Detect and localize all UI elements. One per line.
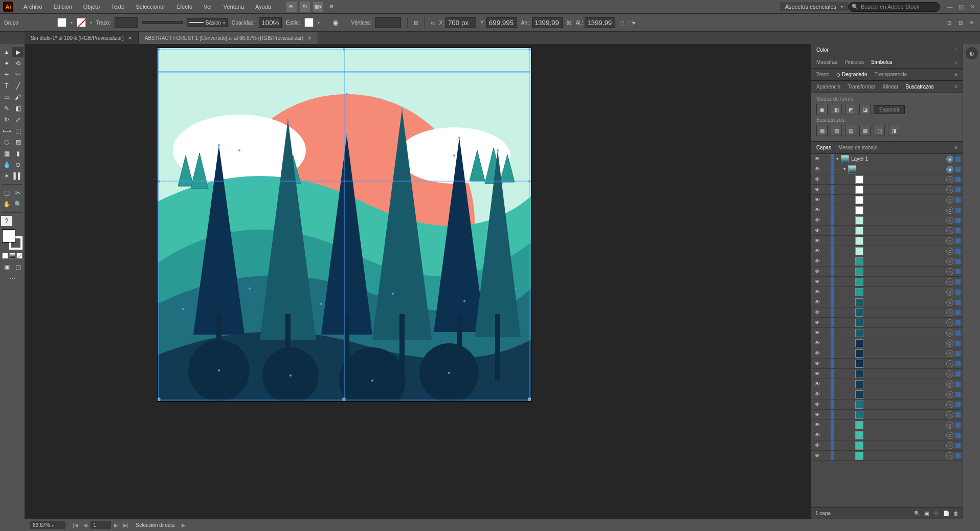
w-input[interactable] bbox=[532, 17, 563, 28]
nav-next[interactable]: ▶ bbox=[112, 521, 120, 529]
layer-row[interactable]: 👁▾Layer 1● bbox=[811, 154, 963, 164]
target-icon[interactable]: ○ bbox=[946, 217, 953, 224]
shape-builder-tool[interactable]: ⬡ bbox=[1, 137, 12, 147]
visibility-icon[interactable]: 👁 bbox=[811, 269, 823, 274]
mesh-tool[interactable]: ▦ bbox=[1, 148, 12, 159]
fill-toggle[interactable]: ? bbox=[1, 216, 12, 226]
selection-tool[interactable]: ▲ bbox=[1, 47, 12, 57]
layer-row[interactable]: 👁○ bbox=[811, 379, 963, 389]
target-icon[interactable]: ○ bbox=[946, 289, 953, 296]
visibility-icon[interactable]: 👁 bbox=[811, 350, 823, 356]
layer-row[interactable]: 👁○ bbox=[811, 328, 963, 338]
opacity-input[interactable] bbox=[259, 17, 282, 28]
canvas[interactable] bbox=[25, 44, 811, 519]
target-icon[interactable]: ○ bbox=[946, 186, 953, 193]
layer-row[interactable]: 👁○ bbox=[811, 369, 963, 379]
nav-last[interactable]: ▶| bbox=[121, 521, 131, 529]
locate-layer-icon[interactable]: 🔍 bbox=[914, 511, 920, 516]
layers-list[interactable]: 👁▾Layer 1●👁▾●👁○👁○👁○👁○👁○👁○👁○👁○👁○👁○👁○👁○👁○👁… bbox=[811, 154, 963, 507]
target-icon[interactable]: ● bbox=[946, 156, 953, 163]
panel-tab-align[interactable]: Alinear bbox=[882, 83, 898, 91]
new-sublayer-icon[interactable]: ➕ bbox=[933, 511, 939, 516]
visibility-icon[interactable]: 👁 bbox=[811, 187, 823, 192]
target-icon[interactable]: ○ bbox=[946, 319, 953, 326]
delete-layer-icon[interactable]: 🗑 bbox=[953, 511, 959, 516]
layer-row[interactable]: 👁○ bbox=[811, 236, 963, 246]
panel-tab-pathfinder[interactable]: Buscatrazos bbox=[906, 83, 934, 91]
visibility-icon[interactable]: 👁 bbox=[811, 442, 823, 448]
visibility-icon[interactable]: 👁 bbox=[811, 402, 823, 407]
pf-minus-front[interactable]: ◧ bbox=[831, 104, 842, 115]
visibility-icon[interactable]: 👁 bbox=[811, 299, 823, 305]
color-mode-none[interactable]: — bbox=[16, 253, 23, 259]
visibility-icon[interactable]: 👁 bbox=[811, 156, 823, 162]
target-icon[interactable]: ○ bbox=[946, 258, 953, 265]
layer-row[interactable]: 👁○ bbox=[811, 389, 963, 400]
gradient-tool[interactable]: ▮ bbox=[12, 148, 24, 159]
pf-divide[interactable]: ▦ bbox=[816, 125, 828, 136]
fill-stroke-indicator[interactable] bbox=[2, 229, 23, 250]
eyedropper-tool[interactable]: 💧 bbox=[1, 160, 12, 170]
vertices-input[interactable] bbox=[375, 17, 401, 28]
visibility-icon[interactable]: 👁 bbox=[811, 391, 823, 397]
workspace-switcher[interactable]: Aspectos esenciales bbox=[780, 2, 848, 11]
layer-row[interactable]: 👁○ bbox=[811, 430, 963, 440]
isolate-icon[interactable]: ⊡ bbox=[945, 18, 953, 27]
panel-menu-icon[interactable]: ≡ bbox=[954, 84, 957, 90]
visibility-icon[interactable]: 👁 bbox=[811, 320, 823, 325]
visibility-icon[interactable]: 👁 bbox=[811, 166, 823, 172]
perspective-tool[interactable]: ▨ bbox=[12, 137, 24, 147]
x-input[interactable] bbox=[446, 17, 476, 28]
graph-tool[interactable]: ▌▌ bbox=[12, 171, 24, 181]
visibility-icon[interactable]: 👁 bbox=[811, 289, 823, 295]
pf-trim[interactable]: ▧ bbox=[831, 125, 842, 136]
stock-icon[interactable]: St bbox=[300, 2, 310, 12]
slice-tool[interactable]: ✂ bbox=[12, 188, 24, 198]
target-icon[interactable]: ○ bbox=[946, 452, 953, 459]
pf-unite[interactable]: ◼ bbox=[816, 104, 828, 115]
window-restore[interactable]: ◱ bbox=[956, 3, 966, 10]
doc-tab-1-close[interactable]: ✕ bbox=[128, 35, 132, 41]
nav-prev[interactable]: ◀ bbox=[81, 521, 90, 529]
cc-libraries-icon[interactable]: ◐ bbox=[966, 47, 978, 59]
visibility-icon[interactable]: 👁 bbox=[811, 309, 823, 315]
menu-seleccionar[interactable]: Seleccionar bbox=[130, 2, 170, 12]
target-icon[interactable]: ○ bbox=[946, 268, 953, 275]
transform2-icon[interactable]: ⬚▾ bbox=[628, 20, 635, 26]
menu-ayuda[interactable]: Ayuda bbox=[250, 2, 276, 12]
layer-row[interactable]: 👁○ bbox=[811, 400, 963, 410]
visibility-icon[interactable]: 👁 bbox=[811, 371, 823, 377]
blend-tool[interactable]: ⊙ bbox=[12, 160, 24, 170]
panel-tab-symbols[interactable]: Símbolos bbox=[871, 58, 893, 66]
layer-row[interactable]: 👁○ bbox=[811, 297, 963, 307]
edit-icon[interactable]: ⊟ bbox=[956, 18, 965, 27]
panel-tab-brushes[interactable]: Pinceles bbox=[844, 58, 864, 66]
magic-wand-tool[interactable]: ✦ bbox=[1, 58, 12, 69]
pf-outline[interactable]: ▢ bbox=[874, 125, 885, 136]
panel-tab-gradient[interactable]: ◇ Degradado bbox=[836, 71, 867, 78]
make-clip-icon[interactable]: ▣ bbox=[924, 511, 929, 516]
visibility-icon[interactable]: 👁 bbox=[811, 176, 823, 182]
type-tool[interactable]: T bbox=[1, 81, 12, 91]
layer-row[interactable]: 👁○ bbox=[811, 451, 963, 461]
layer-row[interactable]: 👁▾● bbox=[811, 164, 963, 174]
layer-row[interactable]: 👁○ bbox=[811, 318, 963, 328]
pf-expand-button[interactable]: Expandir bbox=[874, 105, 905, 114]
visibility-icon[interactable]: 👁 bbox=[811, 432, 823, 438]
edit-toolbar[interactable]: ⋯ bbox=[7, 273, 18, 283]
layer-row[interactable]: 👁○ bbox=[811, 256, 963, 267]
menu-archivo[interactable]: Archivo bbox=[18, 2, 48, 12]
screen-mode-full[interactable]: ▢ bbox=[12, 262, 24, 272]
target-icon[interactable]: ○ bbox=[946, 176, 953, 183]
target-icon[interactable]: ○ bbox=[946, 401, 953, 408]
menu-icon[interactable]: ≡ bbox=[968, 18, 976, 27]
target-icon[interactable]: ○ bbox=[946, 422, 953, 429]
visibility-icon[interactable]: 👁 bbox=[811, 422, 823, 428]
layer-row[interactable]: 👁○ bbox=[811, 287, 963, 297]
eraser-tool[interactable]: ◧ bbox=[12, 103, 24, 114]
align-icon[interactable]: ⊞ bbox=[414, 20, 418, 26]
lasso-tool[interactable]: ⟲ bbox=[12, 58, 24, 69]
menu-objeto[interactable]: Objeto bbox=[78, 2, 105, 12]
target-icon[interactable]: ○ bbox=[946, 248, 953, 255]
target-icon[interactable]: ○ bbox=[946, 340, 953, 347]
